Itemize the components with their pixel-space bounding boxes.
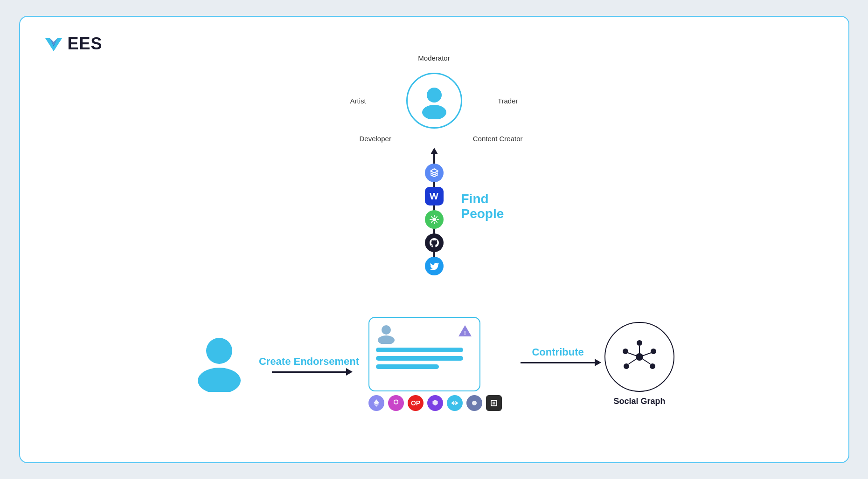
top-user-avatar — [406, 73, 462, 129]
role-trader: Trader — [498, 97, 518, 105]
svg-point-7 — [382, 325, 391, 335]
create-endorsement-section: Create Endorsement — [259, 356, 359, 373]
logo-icon — [43, 34, 64, 54]
role-artist: Artist — [350, 97, 366, 105]
roles-container: Moderator Artist Trader Developer Conten… — [346, 54, 523, 147]
platform-twitter — [425, 257, 444, 275]
role-content-creator: Content Creator — [473, 135, 523, 143]
card-line-3 — [376, 364, 439, 369]
svg-point-8 — [378, 335, 395, 344]
platform-github — [425, 233, 444, 252]
svg-point-18 — [651, 349, 656, 354]
platform-worldcoin: W — [425, 187, 444, 205]
top-user-icon — [416, 82, 453, 119]
svg-text:!: ! — [464, 329, 466, 336]
social-graph-icon — [616, 334, 663, 380]
svg-point-5 — [206, 338, 232, 364]
bottom-row: Create Endorsement — [20, 317, 848, 411]
svg-marker-11 — [374, 399, 379, 404]
contribute-arrow-head — [595, 359, 601, 366]
icon-optimism: OP — [408, 395, 424, 411]
icon-lens — [486, 395, 502, 411]
contribute-arrow — [521, 362, 595, 363]
role-developer: Developer — [360, 135, 391, 143]
left-user-icon — [194, 336, 245, 392]
svg-point-13 — [472, 401, 477, 405]
svg-point-6 — [198, 368, 241, 392]
card-line-1 — [376, 348, 463, 352]
social-graph-label: Social Graph — [614, 397, 666, 406]
svg-point-3 — [422, 105, 446, 119]
social-graph-section: Social Graph — [604, 322, 674, 406]
endorsement-card-wrapper: ! OP — [368, 317, 502, 411]
contribute-arrow-line — [521, 362, 595, 363]
endorsement-card: ! — [368, 317, 480, 391]
svg-line-24 — [639, 357, 650, 364]
svg-point-21 — [623, 349, 628, 354]
social-icons-row: OP — [368, 395, 502, 411]
arrow-line — [272, 371, 347, 373]
logo: EES — [43, 34, 103, 54]
find-people-label: Find People — [461, 192, 504, 221]
contribute-section: Contribute — [521, 346, 595, 363]
card-alert-icon: ! — [457, 323, 473, 339]
icon-starknet — [466, 395, 482, 411]
svg-point-2 — [427, 88, 442, 103]
card-header: ! — [376, 323, 473, 344]
vertical-arrow-section: W Find People — [433, 154, 435, 257]
svg-point-4 — [432, 218, 436, 221]
svg-point-19 — [650, 363, 655, 369]
social-graph-circle — [604, 322, 674, 392]
logo-text: EES — [68, 34, 103, 54]
platform-ens — [425, 164, 444, 182]
top-user-section: Moderator Artist Trader Developer Conten… — [336, 54, 532, 147]
svg-line-25 — [629, 357, 639, 364]
role-moderator: Moderator — [418, 54, 450, 62]
card-avatar-icon — [376, 323, 396, 344]
card-line-2 — [376, 356, 463, 361]
main-container: EES Moderator Artist Trader Developer Co… — [19, 16, 849, 463]
icon-chainlink — [388, 395, 404, 411]
platform-gitcoin — [425, 210, 444, 229]
svg-rect-15 — [493, 402, 495, 404]
icon-ethereum — [368, 395, 384, 411]
left-user-section — [194, 336, 245, 392]
svg-point-20 — [624, 363, 629, 369]
create-endorsement-arrow — [272, 371, 347, 373]
arrow-up-head — [431, 148, 438, 154]
icon-gitcoin2 — [447, 395, 463, 411]
contribute-label: Contribute — [532, 346, 583, 358]
svg-point-17 — [637, 340, 642, 346]
create-endorsement-label: Create Endorsement — [259, 356, 359, 368]
arrow-head — [346, 368, 353, 376]
platforms-stack: W — [425, 164, 444, 275]
icon-polygon — [427, 395, 443, 411]
